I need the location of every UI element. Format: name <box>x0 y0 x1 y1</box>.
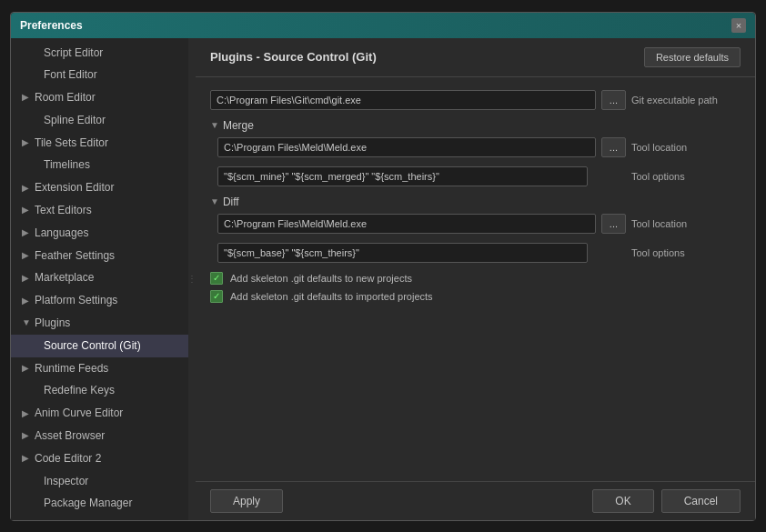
sidebar-item-platform-settings[interactable]: Platform Settings <box>11 289 188 312</box>
checkbox-row-imported-projects: Add skeleton .git defaults to imported p… <box>210 290 741 303</box>
cancel-button[interactable]: Cancel <box>661 489 741 513</box>
diff-tool-options-row: Tool options <box>217 243 741 263</box>
sidebar-item-asset-browser[interactable]: Asset Browser <box>11 425 188 447</box>
arrow-icon <box>22 362 33 375</box>
no-arrow <box>31 46 42 59</box>
sidebar-label: Asset Browser <box>35 428 105 444</box>
sidebar-label: Spline Editor <box>44 113 106 128</box>
sidebar-label: Plugins <box>35 316 70 331</box>
no-arrow <box>31 114 42 126</box>
sidebar-item-extension-editor[interactable]: Extension Editor <box>11 176 188 199</box>
dialog-footer: Apply OK Cancel <box>196 481 755 520</box>
diff-section-label: Diff <box>223 196 239 208</box>
arrow-icon <box>22 316 33 329</box>
sidebar-label: Code Editor 2 <box>35 451 101 467</box>
sidebar-item-runtime-feeds[interactable]: Runtime Feeds <box>11 357 188 380</box>
sidebar-item-room-editor[interactable]: Room Editor <box>11 86 188 109</box>
sidebar-label: Inspector <box>44 474 88 489</box>
sidebar-label: Room Editor <box>35 90 96 105</box>
sidebar-item-particle-editor[interactable]: Particle Editor <box>11 515 188 519</box>
sidebar-item-plugins[interactable]: Plugins <box>11 312 188 335</box>
arrow-icon <box>22 249 33 262</box>
sidebar-item-feather-settings[interactable]: Feather Settings <box>11 245 188 267</box>
sidebar-label: Package Manager <box>44 496 132 511</box>
preferences-dialog: Preferences × Script Editor Font Editor … <box>10 12 756 521</box>
main-header-title: Plugins - Source Control (Git) <box>210 50 377 64</box>
checkbox-new-projects[interactable] <box>210 272 223 285</box>
sidebar-item-source-control-git[interactable]: Source Control (Git) <box>11 335 188 357</box>
sidebar-label: Particle Editor <box>35 518 103 519</box>
sidebar-item-package-manager[interactable]: Package Manager <box>11 492 188 515</box>
merge-arrow-icon: ▼ <box>210 120 219 130</box>
git-executable-input[interactable] <box>210 90 596 110</box>
arrow-icon <box>22 295 33 307</box>
no-arrow <box>31 497 42 510</box>
dialog-titlebar: Preferences × <box>11 13 755 38</box>
sidebar-label: Timelines <box>44 157 90 173</box>
merge-section-header[interactable]: ▼ Merge <box>210 119 741 132</box>
diff-browse-button[interactable]: ... <box>601 214 626 234</box>
sidebar-item-spline-editor[interactable]: Spline Editor <box>11 109 188 132</box>
main-content: ... Git executable path ▼ Merge ... Tool… <box>196 77 755 481</box>
checkbox-new-projects-label: Add skeleton .git defaults to new projec… <box>230 273 412 284</box>
sidebar-item-anim-curve-editor[interactable]: Anim Curve Editor <box>11 402 188 425</box>
git-browse-button[interactable]: ... <box>601 90 626 110</box>
sidebar-label: Redefine Keys <box>44 383 115 398</box>
sidebar-item-redefine-keys[interactable]: Redefine Keys <box>11 379 188 402</box>
apply-button[interactable]: Apply <box>210 489 283 513</box>
main-header: Plugins - Source Control (Git) Restore d… <box>196 38 755 77</box>
arrow-icon <box>22 407 33 420</box>
sidebar-label: Extension Editor <box>35 180 114 196</box>
checkbox-imported-projects[interactable] <box>210 290 223 303</box>
sidebar-label: Platform Settings <box>35 293 117 308</box>
arrow-icon <box>22 91 33 104</box>
ok-button[interactable]: OK <box>592 489 653 513</box>
sidebar-item-text-editors[interactable]: Text Editors <box>11 199 188 222</box>
merge-section-label: Merge <box>223 119 254 132</box>
sidebar-item-marketplace[interactable]: Marketplace <box>11 266 188 289</box>
dialog-body: Script Editor Font Editor Room Editor Sp… <box>11 38 755 520</box>
sidebar-label: Text Editors <box>35 203 92 218</box>
checkbox-row-new-projects: Add skeleton .git defaults to new projec… <box>210 272 741 285</box>
merge-browse-button[interactable]: ... <box>601 137 626 157</box>
sidebar-label: Script Editor <box>44 45 103 61</box>
sidebar-label: Languages <box>35 226 88 241</box>
diff-tool-location-input[interactable] <box>217 214 596 234</box>
diff-arrow-icon: ▼ <box>210 196 219 206</box>
main-panel: Plugins - Source Control (Git) Restore d… <box>196 38 755 520</box>
merge-tool-options-input[interactable] <box>217 166 588 186</box>
diff-tool-location-label: Tool location <box>631 218 741 229</box>
arrow-icon <box>22 226 33 239</box>
sidebar-label: Font Editor <box>44 67 97 83</box>
diff-tool-location-row: ... Tool location <box>217 214 741 234</box>
merge-tool-location-label: Tool location <box>631 142 741 153</box>
sidebar-item-inspector[interactable]: Inspector <box>11 470 188 493</box>
sidebar-item-languages[interactable]: Languages <box>11 222 188 245</box>
sidebar-label: Tile Sets Editor <box>35 136 108 151</box>
panel-divider[interactable]: ⋮ <box>188 38 196 520</box>
arrow-icon <box>22 452 33 465</box>
restore-defaults-button[interactable]: Restore defaults <box>644 47 741 67</box>
git-executable-label: Git executable path <box>631 95 741 105</box>
merge-tool-location-input[interactable] <box>217 137 596 157</box>
sidebar-item-timelines[interactable]: Timelines <box>11 154 188 176</box>
sidebar-item-tile-sets-editor[interactable]: Tile Sets Editor <box>11 132 188 155</box>
sidebar-item-script-editor[interactable]: Script Editor <box>11 42 188 65</box>
sidebar-item-code-editor-2[interactable]: Code Editor 2 <box>11 447 188 470</box>
footer-left: Apply <box>210 489 283 513</box>
sidebar-label: Anim Curve Editor <box>35 406 123 421</box>
dialog-title: Preferences <box>20 19 83 32</box>
sidebar-label: Feather Settings <box>35 248 115 264</box>
close-button[interactable]: × <box>731 18 746 33</box>
sidebar-item-font-editor[interactable]: Font Editor <box>11 64 188 86</box>
sidebar: Script Editor Font Editor Room Editor Sp… <box>11 38 188 520</box>
arrow-icon <box>22 272 33 285</box>
diff-tool-options-input[interactable] <box>217 243 588 263</box>
arrow-icon <box>22 182 33 195</box>
arrow-icon <box>22 204 33 216</box>
diff-section-content: ... Tool location Tool options <box>217 214 741 263</box>
diff-section-header[interactable]: ▼ Diff <box>210 196 741 208</box>
no-arrow <box>31 69 42 82</box>
no-arrow <box>31 339 42 352</box>
footer-right: OK Cancel <box>592 489 741 513</box>
